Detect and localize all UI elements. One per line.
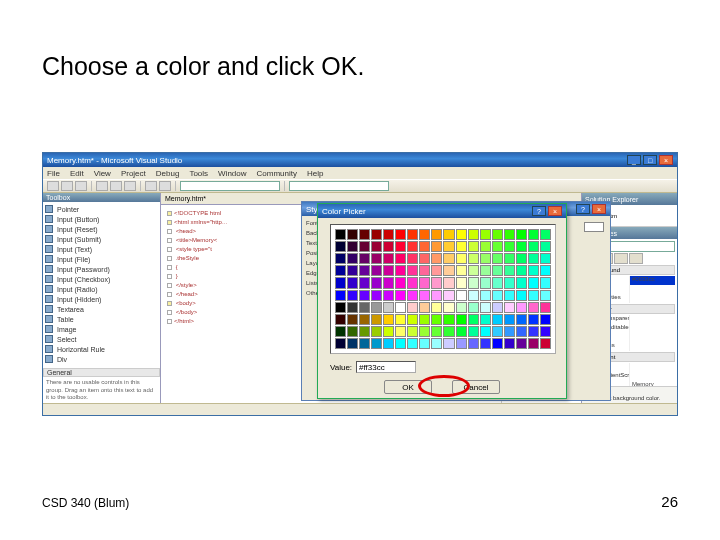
color-swatch[interactable] <box>443 302 454 313</box>
color-swatch[interactable] <box>395 241 406 252</box>
toolbox-item[interactable]: Input (Button) <box>45 214 158 224</box>
color-swatch[interactable] <box>395 265 406 276</box>
properties-tab[interactable] <box>614 253 628 264</box>
toolbox-item[interactable]: Horizontal Rule <box>45 344 158 354</box>
toolbox-item[interactable]: Textarea <box>45 304 158 314</box>
color-swatch[interactable] <box>419 290 430 301</box>
color-swatch[interactable] <box>468 241 479 252</box>
color-swatch[interactable] <box>347 253 358 264</box>
color-swatch[interactable] <box>359 338 370 349</box>
color-swatch[interactable] <box>528 241 539 252</box>
color-swatch[interactable] <box>347 229 358 240</box>
property-value[interactable] <box>630 372 675 381</box>
color-swatch[interactable] <box>359 241 370 252</box>
color-swatch[interactable] <box>419 326 430 337</box>
color-swatch[interactable] <box>383 253 394 264</box>
menu-help[interactable]: Help <box>307 169 323 178</box>
color-swatch[interactable] <box>371 253 382 264</box>
color-swatch[interactable] <box>540 338 551 349</box>
color-swatch[interactable] <box>504 314 515 325</box>
color-swatch[interactable] <box>407 265 418 276</box>
color-swatch[interactable] <box>395 253 406 264</box>
color-swatch[interactable] <box>371 290 382 301</box>
toolbar-icon[interactable] <box>110 181 122 191</box>
color-swatch[interactable] <box>540 277 551 288</box>
toolbox-item[interactable]: Pointer <box>45 204 158 214</box>
color-swatch[interactable] <box>395 338 406 349</box>
color-swatch[interactable] <box>516 265 527 276</box>
color-swatch[interactable] <box>443 229 454 240</box>
color-swatch[interactable] <box>540 253 551 264</box>
color-swatch[interactable] <box>335 314 346 325</box>
color-swatch[interactable] <box>335 302 346 313</box>
color-swatch[interactable] <box>456 314 467 325</box>
color-swatch[interactable] <box>480 314 491 325</box>
color-swatch[interactable] <box>456 229 467 240</box>
toolbar-icon[interactable] <box>159 181 171 191</box>
property-value[interactable] <box>630 333 675 342</box>
color-swatch[interactable] <box>431 290 442 301</box>
toolbox-item[interactable]: Input (Radio) <box>45 284 158 294</box>
color-swatch[interactable] <box>443 290 454 301</box>
color-swatch[interactable] <box>431 302 442 313</box>
close-icon[interactable]: × <box>548 206 562 216</box>
color-picker-titlebar[interactable]: Color Picker ? × <box>318 204 566 218</box>
color-swatch[interactable] <box>443 338 454 349</box>
color-swatch[interactable] <box>359 229 370 240</box>
color-swatch[interactable] <box>407 314 418 325</box>
color-swatch[interactable] <box>407 326 418 337</box>
color-swatch[interactable] <box>335 265 346 276</box>
cancel-button[interactable]: Cancel <box>452 380 500 394</box>
color-swatch[interactable] <box>504 302 515 313</box>
color-swatch[interactable] <box>468 277 479 288</box>
color-swatch[interactable] <box>492 241 503 252</box>
color-swatch[interactable] <box>371 229 382 240</box>
color-swatch[interactable] <box>528 229 539 240</box>
color-swatch[interactable] <box>383 241 394 252</box>
color-swatch[interactable] <box>371 338 382 349</box>
color-swatch[interactable] <box>480 338 491 349</box>
color-swatch[interactable] <box>492 265 503 276</box>
color-swatch[interactable] <box>419 253 430 264</box>
color-swatch[interactable] <box>540 314 551 325</box>
color-swatch[interactable] <box>516 302 527 313</box>
color-swatch[interactable] <box>407 338 418 349</box>
help-button[interactable]: ? <box>532 206 546 216</box>
color-swatch[interactable] <box>480 241 491 252</box>
color-swatch[interactable] <box>383 302 394 313</box>
color-swatch[interactable] <box>359 302 370 313</box>
color-swatch[interactable] <box>443 314 454 325</box>
color-swatch[interactable] <box>504 277 515 288</box>
color-swatch[interactable] <box>504 338 515 349</box>
color-swatch[interactable] <box>371 302 382 313</box>
color-swatch[interactable] <box>480 265 491 276</box>
color-swatch[interactable] <box>383 326 394 337</box>
color-swatch[interactable] <box>504 253 515 264</box>
color-swatch[interactable] <box>335 241 346 252</box>
properties-tab[interactable] <box>629 253 643 264</box>
color-swatch[interactable] <box>347 265 358 276</box>
color-swatch[interactable] <box>407 290 418 301</box>
color-swatch[interactable] <box>395 277 406 288</box>
color-swatch[interactable] <box>468 229 479 240</box>
close-icon[interactable]: × <box>592 204 606 214</box>
color-swatch[interactable] <box>335 253 346 264</box>
color-swatch[interactable] <box>383 265 394 276</box>
color-swatch[interactable] <box>419 241 430 252</box>
color-swatch[interactable] <box>443 241 454 252</box>
color-swatch[interactable] <box>480 326 491 337</box>
color-swatch[interactable] <box>492 326 503 337</box>
toolbar-icon[interactable] <box>47 181 59 191</box>
color-swatch[interactable] <box>528 326 539 337</box>
color-swatch[interactable] <box>468 302 479 313</box>
color-swatch[interactable] <box>431 314 442 325</box>
menu-edit[interactable]: Edit <box>70 169 84 178</box>
color-swatch[interactable] <box>540 290 551 301</box>
toolbox-item[interactable]: Input (File) <box>45 254 158 264</box>
color-swatch[interactable] <box>383 314 394 325</box>
color-swatch[interactable] <box>395 229 406 240</box>
color-swatch[interactable] <box>431 326 442 337</box>
color-swatch[interactable] <box>468 314 479 325</box>
color-swatch[interactable] <box>419 338 430 349</box>
color-swatch[interactable] <box>419 229 430 240</box>
